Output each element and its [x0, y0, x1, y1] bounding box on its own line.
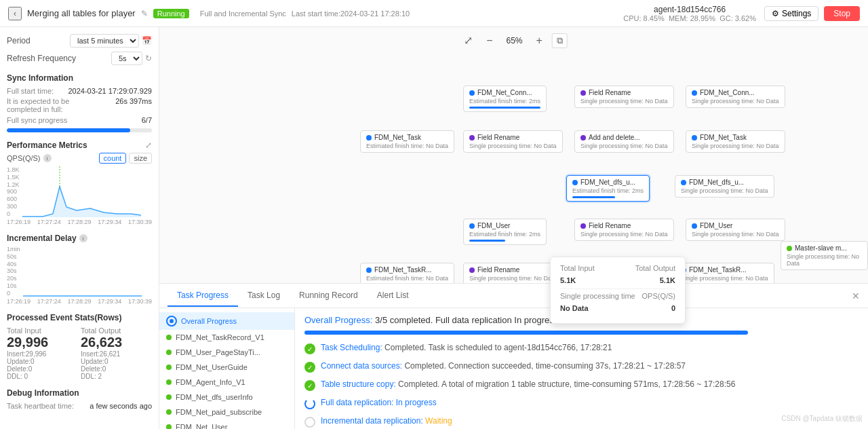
- tab-running-record[interactable]: Running Record: [290, 285, 368, 307]
- top-bar: ‹ Merging all tables for player ✎ Runnin…: [0, 0, 868, 27]
- delay-chart-area: [23, 246, 152, 297]
- task-item-3: Full data replication: In progress: [304, 398, 859, 409]
- refresh-select[interactable]: 5s: [111, 52, 142, 65]
- settings-button[interactable]: ⚙ Settings: [764, 6, 818, 21]
- calendar-icon[interactable]: 📅: [142, 36, 152, 45]
- tab-alert-list[interactable]: Alert List: [368, 285, 418, 307]
- progress-item-7[interactable]: FDM_Net_User: [159, 419, 294, 429]
- node-field-rename-1[interactable]: Field Rename Single processing time: No …: [574, 86, 674, 108]
- qps-info-icon[interactable]: i: [43, 154, 52, 162]
- full-start-row: Full start time: 2024-03-21 17:29:07.929: [7, 87, 152, 95]
- edit-icon[interactable]: ✎: [141, 9, 148, 18]
- node-fdm-net-conn-2[interactable]: FDM_Net_Conn... Single processing time: …: [686, 86, 785, 108]
- task-item-1: ✓ Connect data sources: Completed. Conne…: [304, 361, 859, 373]
- period-select[interactable]: last 5 minutes: [70, 34, 139, 48]
- progress-item-5[interactable]: FDM_Net_dfs_userInfo: [159, 390, 294, 405]
- node-add-delete[interactable]: Add and delete... Single processing time…: [574, 130, 674, 153]
- zoom-level: 65%: [502, 36, 527, 45]
- back-button[interactable]: ‹: [8, 7, 22, 20]
- delay-info-icon[interactable]: i: [79, 234, 87, 242]
- main-layout: Period last 5 minutes 📅 Refresh Frequenc…: [0, 27, 868, 429]
- ddl-output: DDL: 2: [81, 373, 152, 380]
- perf-title: Performance Metrics: [7, 141, 87, 150]
- progress-item-1[interactable]: FDM_Net_TaskRecord_V1: [159, 330, 294, 345]
- progress-item-2[interactable]: FDM_User_PageStayTi...: [159, 345, 294, 360]
- progress-item-overall[interactable]: Overall Progress: [159, 312, 294, 330]
- stats-output-col: Total Output 26,623 Insert:26,621 Update…: [81, 327, 152, 380]
- delay-title: Incremental Delay: [7, 234, 77, 243]
- delay-chart-inner: 1min50s40s30s20s10s0: [7, 246, 152, 297]
- delay-y-axis: 1min50s40s30s20s10s0: [7, 246, 22, 297]
- tooltip-values-row: 5.1K 5.1K: [560, 276, 675, 284]
- task-status-progress-3: [304, 398, 315, 409]
- node-fdm-net-dfs-2[interactable]: FDM_Net_dfs_u... Single processing time:…: [675, 175, 774, 198]
- node-field-rename-4[interactable]: Field Rename Single processing time: No …: [463, 263, 563, 285]
- cpu-stats: CPU: 8.45% MEM: 28.95% GC: 3.62%: [623, 14, 756, 22]
- canvas-controls: ⤢ − 65% + ⧉: [460, 33, 568, 48]
- node-field-rename-2[interactable]: Field Rename Single processing time: No …: [463, 130, 563, 153]
- copy-button[interactable]: ⧉: [552, 33, 568, 48]
- perf-section: Performance Metrics ⤢ QPS(Q/S) i count s…: [7, 141, 152, 225]
- refresh-icon[interactable]: ↻: [145, 54, 152, 63]
- sync-info-section: Sync Information Full start time: 2024-0…: [7, 73, 152, 132]
- sync-progress-bar: [7, 128, 152, 132]
- node-fdm-net-taskr-1[interactable]: FDM_Net_TaskR... Estimated finish time: …: [360, 263, 454, 285]
- overall-progress-bar: [304, 331, 748, 335]
- node-master-slave[interactable]: Master-slave m... Single processing time…: [781, 241, 868, 270]
- running-badge: Running: [153, 9, 189, 18]
- input-value: 29,996: [7, 335, 78, 350]
- progress-bar-fill: [7, 128, 130, 132]
- tooltip-spt-values: No Data 0: [560, 304, 675, 312]
- qps-y-axis: 1.8K1.5K1.2K9006003000: [7, 166, 21, 217]
- bottom-panel: Task Progress Task Log Running Record Al…: [159, 283, 868, 429]
- node-fdm-user-2[interactable]: FDM_User Single processing time: No Data: [686, 219, 785, 241]
- agent-name: agent-18d154cc766: [654, 5, 726, 14]
- progress-item-6[interactable]: FDM_Net_paid_subscribe: [159, 405, 294, 419]
- bottom-tabs: Task Progress Task Log Running Record Al…: [159, 284, 868, 308]
- delete-input: Delete:0: [7, 365, 78, 373]
- task-item-4: Incremental data replication: Waiting: [304, 416, 859, 428]
- canvas-area[interactable]: ⤢ − 65% + ⧉ FDM_Net_Conn... Estimated fi…: [159, 27, 868, 429]
- node-fdm-net-task-1[interactable]: FDM_Net_Task Estimated finish time: No D…: [360, 130, 454, 153]
- task-desc-4: Incremental data replication: Waiting: [321, 416, 452, 426]
- qps-chart-inner: 1.8K1.5K1.2K9006003000: [7, 166, 152, 217]
- count-button[interactable]: count: [99, 153, 127, 164]
- node-fdm-net-task-2[interactable]: FDM_Net_Task Single processing time: No …: [686, 130, 785, 153]
- progress-sidebar: Overall Progress FDM_Net_TaskRecord_V1 F…: [159, 308, 295, 429]
- stop-button[interactable]: Stop: [824, 6, 860, 21]
- size-button[interactable]: size: [129, 153, 152, 164]
- zoom-out-button[interactable]: −: [482, 33, 496, 48]
- refresh-row: Refresh Frequency 5s ↻: [7, 52, 152, 65]
- zoom-in-button[interactable]: +: [532, 33, 547, 48]
- close-panel-button[interactable]: ✕: [852, 291, 860, 301]
- bottom-content: Overall Progress FDM_Net_TaskRecord_V1 F…: [159, 308, 868, 429]
- output-value: 26,623: [81, 335, 152, 350]
- node-tooltip: Total Input Total Output 5.1K 5.1K Singl…: [550, 257, 686, 324]
- progress-main: Overall Progress: 3/5 completed. Full da…: [295, 308, 868, 429]
- task-desc-0: Task Scheduling: Completed. Task is sche…: [321, 343, 612, 352]
- task-desc-1: Connect data sources: Completed. Connect…: [321, 361, 686, 371]
- node-fdm-net-conn-1[interactable]: FDM_Net_Conn... Estimated finish time: 2…: [463, 86, 547, 112]
- delay-header: Incremental Delay i: [7, 234, 152, 243]
- sync-label: Full and Incremental Sync: [200, 10, 286, 18]
- debug-title: Debug Information: [7, 388, 152, 398]
- progress-item-3[interactable]: FDM_Net_UserGuide: [159, 360, 294, 375]
- sidebar: Period last 5 minutes 📅 Refresh Frequenc…: [0, 27, 159, 429]
- node-fdm-net-dfs-1[interactable]: FDM_Net_dfs_u... Estimated finish time: …: [566, 175, 650, 202]
- fit-screen-button[interactable]: ⤢: [460, 33, 477, 48]
- tab-task-progress[interactable]: Task Progress: [167, 285, 238, 307]
- node-field-rename-3[interactable]: Field Rename Single processing time: No …: [574, 219, 674, 241]
- progress-item-4[interactable]: FDM_Agent_Info_V1: [159, 375, 294, 390]
- insert-input: Insert:29,996: [7, 350, 78, 358]
- node-fdm-net-taskr-2[interactable]: FDM_Net_TaskR... Single processing time:…: [675, 263, 774, 285]
- task-title: Merging all tables for player: [27, 8, 136, 18]
- node-fdm-user-1[interactable]: FDM_User Estimated finish time: 2ms: [463, 219, 547, 245]
- top-bar-left: ‹ Merging all tables for player ✎ Runnin…: [8, 7, 615, 20]
- expand-icon[interactable]: ⤢: [145, 141, 152, 150]
- delete-output: Delete:0: [81, 365, 152, 373]
- svg-point-2: [170, 319, 174, 323]
- top-bar-center: agent-18d154cc766 CPU: 8.45% MEM: 28.95%…: [623, 5, 756, 22]
- tab-task-log[interactable]: Task Log: [238, 285, 290, 307]
- gear-icon: ⚙: [772, 9, 779, 18]
- watermark: CSDN @Tapdata 钛锁数据: [781, 414, 863, 424]
